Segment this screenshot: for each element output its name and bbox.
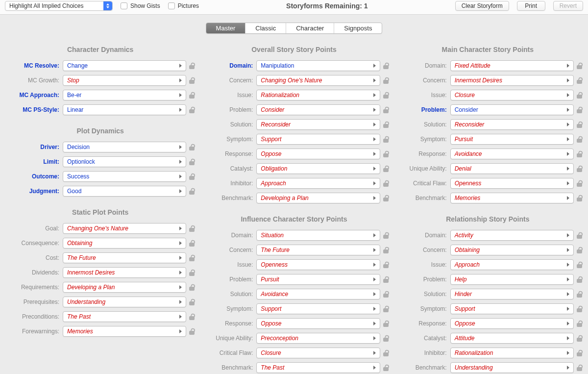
lock-open-icon[interactable] [577, 150, 582, 157]
lock-open-icon[interactable] [577, 335, 582, 342]
story-point-value-select[interactable]: Manipulation [256, 60, 380, 71]
highlight-mode-select[interactable]: Highlight All Implied Choices [5, 1, 113, 11]
story-point-value-select[interactable]: Rationalization [256, 90, 380, 100]
story-point-value-select[interactable]: Approach [450, 259, 574, 270]
lock-open-icon[interactable] [383, 180, 389, 187]
story-point-value-select[interactable]: Obtaining [450, 245, 574, 255]
show-gists-checkbox[interactable]: Show Gists [121, 2, 160, 9]
story-point-value-select[interactable]: Consider [256, 104, 380, 115]
story-point-value-select[interactable]: Success [63, 171, 186, 182]
story-point-value-select[interactable]: Avoidance [450, 149, 574, 159]
story-point-value-select[interactable]: Understanding [63, 297, 186, 307]
story-point-value-select[interactable]: Reconsider [450, 119, 574, 130]
story-point-value-select[interactable]: Hinder [450, 289, 574, 299]
lock-open-icon[interactable] [189, 225, 195, 232]
story-point-value-select[interactable]: Openness [450, 178, 574, 189]
lock-open-icon[interactable] [189, 77, 195, 84]
tab-master[interactable]: Master [206, 23, 246, 33]
lock-open-icon[interactable] [189, 328, 195, 335]
lock-open-icon[interactable] [189, 158, 195, 165]
story-point-value-select[interactable]: The Future [63, 252, 186, 263]
lock-open-icon[interactable] [577, 77, 582, 84]
lock-open-icon[interactable] [383, 247, 389, 253]
story-point-value-select[interactable]: Understanding [450, 362, 574, 373]
lock-open-icon[interactable] [383, 150, 389, 157]
pictures-checkbox[interactable]: Pictures [168, 2, 199, 9]
story-point-value-select[interactable]: Consider [450, 104, 574, 115]
lock-open-icon[interactable] [383, 165, 389, 172]
story-point-value-select[interactable]: Optionlock [63, 156, 186, 167]
story-point-value-select[interactable]: Oppose [450, 318, 574, 329]
story-point-value-select[interactable]: Developing a Plan [256, 193, 380, 203]
lock-open-icon[interactable] [383, 195, 389, 201]
lock-open-icon[interactable] [383, 320, 389, 327]
lock-open-icon[interactable] [189, 173, 195, 180]
story-point-value-select[interactable]: Approach [256, 178, 380, 189]
story-point-value-select[interactable]: Developing a Plan [63, 282, 186, 293]
lock-open-icon[interactable] [577, 106, 582, 113]
story-point-value-select[interactable]: Pursuit [450, 134, 574, 145]
lock-open-icon[interactable] [189, 106, 195, 113]
story-point-value-select[interactable]: Denial [450, 163, 574, 174]
tab-signposts[interactable]: Signposts [334, 23, 382, 33]
lock-open-icon[interactable] [383, 92, 389, 99]
lock-open-icon[interactable] [383, 261, 389, 268]
story-point-value-select[interactable]: Rationalization [450, 348, 574, 358]
lock-open-icon[interactable] [383, 364, 389, 371]
lock-open-icon[interactable] [577, 247, 582, 253]
story-point-value-select[interactable]: Activity [450, 230, 574, 241]
lock-open-icon[interactable] [577, 291, 582, 298]
lock-open-icon[interactable] [577, 261, 582, 268]
lock-open-icon[interactable] [577, 195, 582, 201]
story-point-value-select[interactable]: Help [450, 274, 574, 285]
lock-open-icon[interactable] [383, 136, 389, 143]
lock-open-icon[interactable] [189, 254, 195, 261]
lock-open-icon[interactable] [383, 106, 389, 113]
story-point-value-select[interactable]: Oppose [256, 149, 380, 159]
lock-open-icon[interactable] [189, 144, 195, 150]
story-point-value-select[interactable]: Changing One's Nature [63, 223, 186, 234]
story-point-value-select[interactable]: The Past [256, 362, 380, 373]
story-point-value-select[interactable]: Obligation [256, 163, 380, 174]
print-button[interactable]: Print [517, 1, 545, 11]
lock-open-icon[interactable] [577, 136, 582, 143]
lock-open-icon[interactable] [383, 77, 389, 84]
story-point-value-select[interactable]: Decision [63, 142, 186, 152]
clear-storyform-button[interactable]: Clear Storyform [455, 1, 509, 11]
tab-classic[interactable]: Classic [245, 23, 286, 33]
lock-open-icon[interactable] [577, 165, 582, 172]
lock-open-icon[interactable] [383, 349, 389, 356]
story-point-value-select[interactable]: Changing One's Nature [256, 75, 380, 86]
story-point-value-select[interactable]: Preconception [256, 333, 380, 344]
revert-button[interactable]: Revert [553, 1, 583, 11]
lock-open-icon[interactable] [383, 291, 389, 298]
lock-open-icon[interactable] [383, 335, 389, 342]
lock-open-icon[interactable] [577, 276, 582, 283]
story-point-value-select[interactable]: Oppose [256, 318, 380, 329]
lock-open-icon[interactable] [189, 299, 195, 305]
lock-open-icon[interactable] [383, 276, 389, 283]
story-point-value-select[interactable]: Support [450, 303, 574, 314]
tab-character[interactable]: Character [286, 23, 334, 33]
story-point-value-select[interactable]: Closure [450, 90, 574, 100]
lock-open-icon[interactable] [383, 232, 389, 239]
lock-open-icon[interactable] [189, 240, 195, 247]
lock-open-icon[interactable] [383, 121, 389, 128]
lock-open-icon[interactable] [577, 305, 582, 312]
story-point-value-select[interactable]: Pursuit [256, 274, 380, 285]
story-point-value-select[interactable]: Obtaining [63, 238, 186, 249]
lock-open-icon[interactable] [189, 188, 195, 195]
story-point-value-select[interactable]: Innermost Desires [450, 75, 574, 86]
story-point-value-select[interactable]: Situation [256, 230, 380, 241]
lock-open-icon[interactable] [577, 349, 582, 356]
story-point-value-select[interactable]: Reconsider [256, 119, 380, 130]
lock-open-icon[interactable] [577, 92, 582, 99]
story-point-value-select[interactable]: Good [63, 186, 186, 197]
story-point-value-select[interactable]: Be-er [63, 90, 186, 100]
story-point-value-select[interactable]: Attitude [450, 333, 574, 344]
story-point-value-select[interactable]: Avoidance [256, 289, 380, 299]
story-point-value-select[interactable]: Memories [450, 193, 574, 203]
story-point-value-select[interactable]: The Future [256, 245, 380, 255]
story-point-value-select[interactable]: Linear [63, 104, 186, 115]
story-point-value-select[interactable]: Memories [63, 326, 186, 337]
